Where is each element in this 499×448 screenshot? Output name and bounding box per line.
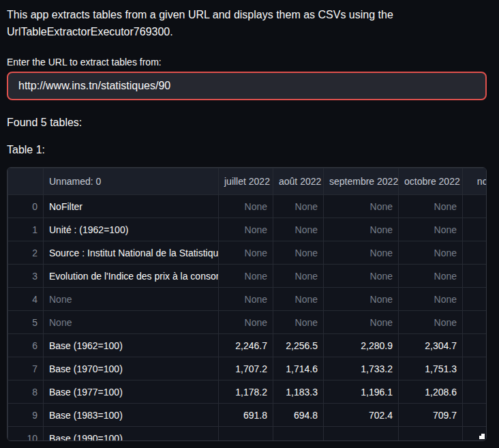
row-index-cell[interactable]: 8: [8, 380, 44, 404]
app-page: This app extracts tables from a given UR…: [0, 0, 487, 441]
row-label-cell[interactable]: None: [44, 311, 219, 334]
value-cell[interactable]: None: [399, 265, 463, 288]
value-cell[interactable]: None: [273, 218, 324, 241]
value-cell[interactable]: None: [399, 311, 463, 334]
value-cell[interactable]: 1,208.6: [399, 380, 463, 404]
value-cell[interactable]: 2,256.5: [273, 334, 324, 357]
value-cell[interactable]: None: [219, 311, 273, 334]
value-cell[interactable]: None: [399, 241, 463, 265]
row-label-cell[interactable]: Base (1962=100): [44, 334, 219, 357]
table-row: 8Base (1977=100)1,178.21,183.31,196.11,2…: [8, 380, 487, 404]
app-description: This app extracts tables from a given UR…: [7, 6, 487, 40]
table-row: 2Source : Institut National de la Statis…: [8, 241, 487, 265]
row-index-cell[interactable]: 6: [8, 334, 44, 357]
value-cell[interactable]: 702.4: [324, 404, 399, 427]
column-header[interactable]: octobre 2022: [399, 168, 463, 195]
index-column-header[interactable]: [8, 168, 44, 195]
table-row: 3Evolution de l'Indice des prix à la con…: [8, 265, 487, 288]
row-index-cell[interactable]: 10: [8, 427, 44, 442]
value-cell[interactable]: None: [219, 265, 273, 288]
value-cell[interactable]: 1,196.1: [324, 380, 399, 404]
value-cell[interactable]: None: [273, 311, 324, 334]
row-label-cell[interactable]: Evolution de l'Indice des prix à la cons…: [44, 265, 219, 288]
row-index-cell[interactable]: 7: [8, 357, 44, 380]
row-index-cell[interactable]: 5: [8, 311, 44, 334]
value-cell[interactable]: [273, 427, 324, 442]
table-row: 5NoneNoneNoneNoneNone: [8, 311, 487, 334]
value-cell[interactable]: 2,304.7: [399, 334, 463, 357]
value-cell[interactable]: [463, 195, 487, 218]
row-label-cell[interactable]: Base (1970=100): [44, 357, 219, 380]
dataframe-container: Unnamed: 0juillet 2022août 2022septembre…: [7, 167, 487, 441]
value-cell[interactable]: None: [273, 288, 324, 311]
value-cell[interactable]: [324, 427, 399, 442]
value-cell[interactable]: 1,751.3: [399, 357, 463, 380]
table-body: 0NoFilterNoneNoneNoneNone1Unité : (1962=…: [8, 195, 487, 442]
value-cell[interactable]: [463, 218, 487, 241]
value-cell[interactable]: [219, 427, 273, 442]
row-label-cell[interactable]: Base (1990=100): [44, 427, 219, 442]
table-row: 4NoneNoneNoneNoneNone: [8, 288, 487, 311]
value-cell[interactable]: [463, 357, 487, 380]
row-label-cell[interactable]: Base (1977=100): [44, 380, 219, 404]
column-header[interactable]: Unnamed: 0: [44, 168, 219, 195]
row-label-cell[interactable]: Unité : (1962=100): [44, 218, 219, 241]
value-cell[interactable]: None: [324, 288, 399, 311]
table-row: 6Base (1962=100)2,246.72,256.52,280.92,3…: [8, 334, 487, 357]
value-cell[interactable]: 2,246.7: [219, 334, 273, 357]
value-cell[interactable]: 694.8: [273, 404, 324, 427]
row-index-cell[interactable]: 3: [8, 265, 44, 288]
row-label-cell[interactable]: Source : Institut National de la Statist…: [44, 241, 219, 265]
table-row: 9Base (1983=100)691.8694.8702.4709.7: [8, 404, 487, 427]
row-index-cell[interactable]: 1: [8, 218, 44, 241]
value-cell[interactable]: None: [219, 195, 273, 218]
value-cell[interactable]: 709.7: [399, 404, 463, 427]
value-cell[interactable]: None: [324, 195, 399, 218]
value-cell[interactable]: 1,707.2: [219, 357, 273, 380]
value-cell[interactable]: 2,280.9: [324, 334, 399, 357]
value-cell[interactable]: [399, 427, 463, 442]
value-cell[interactable]: [463, 334, 487, 357]
value-cell[interactable]: 1,183.3: [273, 380, 324, 404]
value-cell[interactable]: [463, 288, 487, 311]
value-cell[interactable]: 691.8: [219, 404, 273, 427]
value-cell[interactable]: 1,714.6: [273, 357, 324, 380]
row-index-cell[interactable]: 9: [8, 404, 44, 427]
value-cell[interactable]: [463, 311, 487, 334]
value-cell[interactable]: None: [273, 195, 324, 218]
row-label-cell[interactable]: None: [44, 288, 219, 311]
row-label-cell[interactable]: Base (1983=100): [44, 404, 219, 427]
row-index-cell[interactable]: 2: [8, 241, 44, 265]
value-cell[interactable]: [463, 265, 487, 288]
table-row: 7Base (1970=100)1,707.21,714.61,733.21,7…: [8, 357, 487, 380]
column-header[interactable]: août 2022: [273, 168, 324, 195]
value-cell[interactable]: None: [324, 241, 399, 265]
row-index-cell[interactable]: 0: [8, 195, 44, 218]
value-cell[interactable]: None: [219, 218, 273, 241]
data-table: Unnamed: 0juillet 2022août 2022septembre…: [7, 168, 487, 441]
value-cell[interactable]: None: [399, 195, 463, 218]
value-cell[interactable]: None: [273, 241, 324, 265]
value-cell[interactable]: None: [399, 218, 463, 241]
value-cell[interactable]: None: [324, 265, 399, 288]
row-index-cell[interactable]: 4: [8, 288, 44, 311]
value-cell[interactable]: [463, 404, 487, 427]
value-cell[interactable]: 1,733.2: [324, 357, 399, 380]
value-cell[interactable]: None: [273, 265, 324, 288]
value-cell[interactable]: None: [324, 311, 399, 334]
column-header[interactable]: novembre 2022: [463, 168, 487, 195]
value-cell[interactable]: None: [219, 288, 273, 311]
column-header[interactable]: juillet 2022: [219, 168, 273, 195]
row-label-cell[interactable]: NoFilter: [44, 195, 219, 218]
value-cell[interactable]: None: [324, 218, 399, 241]
table-header-row: Unnamed: 0juillet 2022août 2022septembre…: [8, 168, 487, 195]
value-cell[interactable]: [463, 241, 487, 265]
value-cell[interactable]: None: [399, 288, 463, 311]
table-row: 0NoFilterNoneNoneNoneNone: [8, 195, 487, 218]
url-input[interactable]: [7, 72, 487, 100]
value-cell[interactable]: 1,178.2: [219, 380, 273, 404]
value-cell[interactable]: None: [219, 241, 273, 265]
table-row: 10Base (1990=100): [8, 427, 487, 442]
column-header[interactable]: septembre 2022: [324, 168, 399, 195]
value-cell[interactable]: [463, 380, 487, 404]
